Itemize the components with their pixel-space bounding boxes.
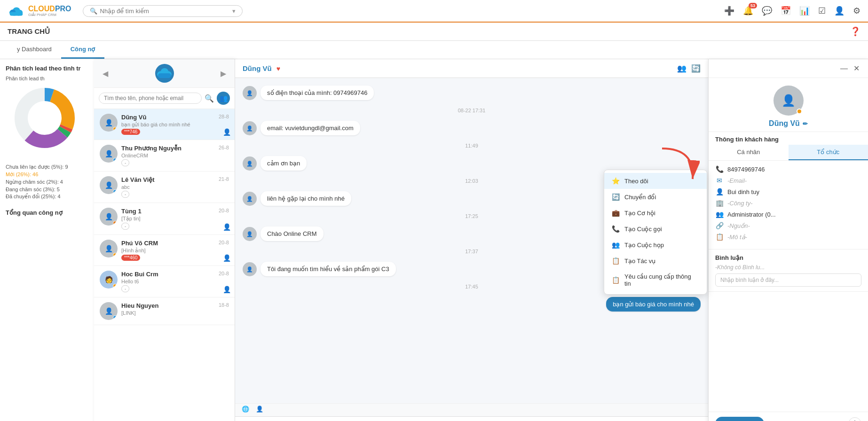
sub-header: TRANG CHỦ ❓	[0, 23, 868, 41]
contact-badge: ***746	[121, 129, 140, 135]
chat-icon[interactable]: 💬	[762, 6, 772, 16]
info-section-title: Thông tin khách hàng	[709, 132, 868, 145]
msg-avatar: 👤	[243, 227, 257, 241]
contact-search: 🔍 👥	[94, 88, 235, 109]
contact-sub-icon: 👤	[223, 254, 231, 262]
comment-section: Bình luận -Không có Bình lu... Nhập bình…	[709, 249, 868, 292]
logo-text: CLOUDPRO	[28, 5, 71, 13]
dropdown-item-tao-co-hoi[interactable]: 💼 Tạo Cơ hội	[604, 205, 707, 221]
msg-avatar: 👤	[243, 156, 257, 171]
contact-time: 28-8	[219, 114, 229, 119]
contact-tag: -	[121, 191, 129, 198]
company-icon: 🏢	[715, 199, 724, 207]
tao-co-hoi-label: Tạo Cơ hội	[624, 210, 655, 217]
contact-time: 20-8	[219, 208, 229, 213]
logo-circle	[155, 64, 174, 83]
contact-item[interactable]: 👤 Lê Văn Việt abc - 21-8	[94, 172, 235, 203]
contact-sub-icon: 👤	[223, 128, 231, 136]
nav-prev[interactable]: ◀	[100, 69, 111, 78]
contact-preview: abc	[121, 184, 217, 190]
msg-bubble: email: vuvietdungdl@gmail.com	[260, 121, 360, 135]
source-icon: 🔗	[715, 222, 724, 229]
avatar-dot	[113, 315, 117, 320]
comment-placeholder: -Không có Bình lu...	[715, 264, 861, 271]
contact-name: Thu Phương Nguyễn	[121, 145, 217, 152]
dropdown-item-yeu-cau[interactable]: 📋 Yêu cầu cung cấp thông tin	[604, 269, 707, 291]
tao-cuoc-goi-icon: 📞	[612, 225, 620, 233]
contact-sub-icon: 👤	[223, 223, 231, 231]
contact-preview: Hello t6	[121, 279, 217, 284]
contact-info: Thu Phương Nguyễn OnlineCRM -	[121, 145, 217, 166]
avatar: 👤	[100, 208, 118, 226]
dashboard-title: Phân tích lead theo tình tr	[6, 65, 93, 72]
avatar: 👤	[100, 240, 118, 257]
contact-item[interactable]: 👤 Dũng Vũ bạn gửi báo giá cho mình nhé *…	[94, 109, 235, 140]
email-icon: ✉	[715, 177, 724, 184]
contact-list-header: ◀ ▶	[94, 59, 235, 88]
avatar-dot	[113, 253, 117, 257]
comment-input[interactable]: Nhập bình luận ở đây...	[715, 273, 861, 287]
contact-info: Phú Võ CRM [Hình ảnh] ***460	[121, 240, 217, 261]
contact-item[interactable]: 👤 Tùng 1 [Tập tin] - 20-8 👤	[94, 203, 235, 235]
msg-avatar: 👤	[243, 121, 257, 135]
msg-time-label: 11:49	[243, 143, 701, 148]
profile-edit-icon[interactable]: ✏	[803, 120, 808, 127]
contact-list: ◀ ▶ 🔍 👥	[94, 59, 235, 421]
contact-search-btn[interactable]: 🔍	[205, 94, 214, 103]
help-icon[interactable]: ❓	[850, 26, 860, 37]
minimize-btn[interactable]: —	[837, 63, 851, 74]
refresh-icon[interactable]: 🔄	[691, 64, 701, 73]
contact-group-btn[interactable]: 👥	[217, 92, 230, 105]
person-value: Bui dinh tuy	[727, 188, 759, 195]
contact-item[interactable]: 🧑 Hoc Bui Crm Hello t6 - 20-8 👤	[94, 266, 235, 297]
dropdown-item-tao-cuoc-hop[interactable]: 👥 Tạo Cuộc họp	[604, 237, 707, 253]
msg-avatar: 👤	[243, 192, 257, 206]
tab-to-chuc[interactable]: Tổ chức	[789, 145, 868, 160]
close-btn[interactable]: ✕	[851, 63, 862, 74]
dropdown-item-chuyen-doi[interactable]: 🔄 Chuyển đổi	[604, 189, 707, 205]
settings-icon[interactable]: ⚙	[853, 6, 860, 16]
contact-item[interactable]: 👤 Phú Võ CRM [Hình ảnh] ***460 20-8 👤	[94, 235, 235, 266]
search-bar[interactable]: 🔍 ▾	[83, 5, 243, 17]
search-input[interactable]	[100, 8, 229, 15]
tab-ca-nhan[interactable]: Cá nhân	[709, 145, 789, 160]
add-icon[interactable]: ➕	[724, 6, 734, 16]
field-desc: 📋 -Mô tả-	[715, 233, 861, 241]
tao-tac-vu-label: Tạo Tác vụ	[624, 257, 655, 265]
phone-icon: 📞	[715, 165, 724, 173]
nav-next[interactable]: ▶	[218, 69, 229, 78]
dropdown-menu: ⭐ Theo dõi 🔄 Chuyển đổi 💼 Tạo Cơ hội 📞 T…	[604, 170, 707, 295]
chart-legend: Chưa liên lạc được (5%): 9 Mới (26%): 46…	[6, 164, 93, 200]
msg-bubble: liên hệ gặp lại cho mình nhé	[260, 191, 351, 206]
user-icon[interactable]: 👤	[834, 6, 844, 16]
dropdown-item-tao-tac-vu[interactable]: 📋 Tạo Tác vụ	[604, 253, 707, 269]
contact-preview: [Tập tin]	[121, 216, 217, 222]
top-navbar: CLOUDPRO GIẢI PHÁP CRM 🔍 ▾ ➕ 🔔 53 💬 📅 📊 …	[0, 0, 868, 23]
admin-value: Administrator (0...	[727, 211, 776, 218]
dropdown-item-theo-doi[interactable]: ⭐ Theo dõi	[604, 173, 707, 189]
contact-item[interactable]: 👤 Thu Phương Nguyễn OnlineCRM - 26-8	[94, 140, 235, 172]
group-chat-icon[interactable]: 👥	[677, 64, 687, 73]
dropdown-item-tao-cuoc-goi[interactable]: 📞 Tạo Cuộc gọi	[604, 221, 707, 237]
svg-point-11	[32, 105, 58, 131]
yeu-cau-icon: 📋	[612, 276, 620, 284]
more-options-btn[interactable]: ⋮	[848, 417, 861, 421]
logo-area: CLOUDPRO GIẢI PHÁP CRM	[8, 2, 71, 20]
contact-preview: bạn gửi báo giá cho mình nhé	[121, 122, 217, 128]
tab-dashboard[interactable]: y Dashboard	[8, 41, 61, 59]
avatar: 👤	[100, 145, 118, 163]
tao-cuoc-goi-label: Tạo Cuộc gọi	[624, 226, 662, 233]
create-ticket-btn[interactable]: + Tạo Ticket	[715, 417, 764, 421]
msg-bubble: cảm ơn bạn	[260, 156, 307, 171]
checkbox-icon[interactable]: ☑	[818, 6, 826, 16]
heart-icon: ♥	[276, 65, 280, 72]
chart-icon[interactable]: 📊	[799, 6, 810, 16]
tab-cong-no[interactable]: Công nợ	[61, 41, 105, 59]
email-value: -Email-	[727, 177, 747, 184]
field-person: 👤 Bui dinh tuy	[715, 188, 861, 195]
notification-icon[interactable]: 🔔 53	[743, 6, 753, 16]
contact-item[interactable]: 👤 Hieu Nguyen [LINK] 18-8	[94, 297, 235, 325]
notification-badge: 53	[749, 3, 757, 8]
calendar-icon[interactable]: 📅	[781, 6, 791, 16]
contact-search-input[interactable]	[99, 93, 202, 104]
